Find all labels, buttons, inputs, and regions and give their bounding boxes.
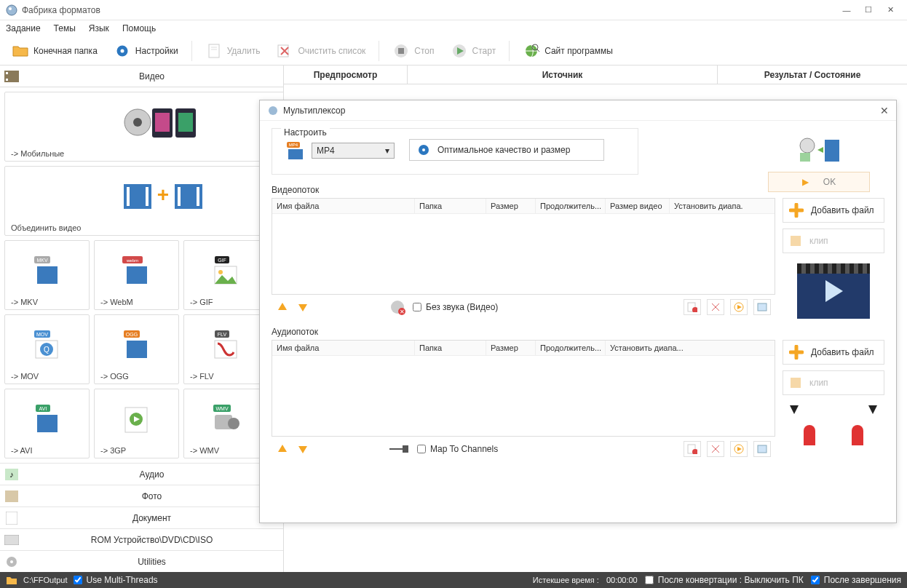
acol-name[interactable]: Имя файла xyxy=(272,341,415,355)
multiplexer-dialog: Мультиплексор ✕ Настроить MP4 MP4 ▾ Опти… xyxy=(259,100,897,523)
video-play-button[interactable] xyxy=(730,299,748,315)
svg-rect-90 xyxy=(758,303,767,311)
svg-text:webm: webm xyxy=(125,258,138,263)
tile-3gp[interactable]: -> 3GP xyxy=(94,389,179,458)
tile-mkv[interactable]: MKV-> MKV xyxy=(4,240,90,310)
svg-text:AVI: AVI xyxy=(39,406,47,411)
no-sound-checkbox[interactable]: Без звука (Видео) xyxy=(413,302,498,312)
svg-rect-61 xyxy=(37,415,58,432)
folder-small-icon[interactable] xyxy=(6,575,17,585)
svg-rect-71 xyxy=(6,512,17,525)
audio-clip-button[interactable]: клип xyxy=(783,370,884,395)
tile-gif[interactable]: GIF-> GIF xyxy=(183,240,269,310)
svg-rect-91 xyxy=(791,236,801,246)
acol-size[interactable]: Размер xyxy=(486,341,536,355)
video-add-file-button[interactable]: Добавить файл xyxy=(783,198,884,223)
video-clip-button[interactable]: клип xyxy=(783,229,884,253)
tile-ogg[interactable]: OGG-> OGG xyxy=(94,314,179,384)
svg-rect-98 xyxy=(791,378,801,388)
col-source[interactable]: Источник xyxy=(408,65,718,84)
menu-language[interactable]: Язык xyxy=(89,23,109,33)
quality-button[interactable]: Оптимальное качество и размер xyxy=(409,139,604,161)
audio-info-button[interactable] xyxy=(753,441,771,457)
delete-button[interactable]: Удалить xyxy=(199,39,266,63)
close-button[interactable]: ✕ xyxy=(879,5,901,15)
audio-cut-button[interactable] xyxy=(707,441,724,457)
vcol-name[interactable]: Имя файла xyxy=(272,199,415,213)
category-photo[interactable]: Фото xyxy=(0,485,283,506)
svg-rect-82 xyxy=(800,153,810,162)
minimize-button[interactable]: — xyxy=(836,6,858,15)
svg-rect-93 xyxy=(403,445,408,453)
category-video[interactable]: Видео xyxy=(0,65,283,87)
tile-mov[interactable]: MOVQ-> MOV xyxy=(4,314,90,384)
tile-avi[interactable]: AVI-> AVI xyxy=(4,389,90,458)
website-button[interactable]: Сайт программы xyxy=(517,39,619,63)
output-folder-button[interactable]: Конечная папка xyxy=(6,39,103,63)
menu-themes[interactable]: Темы xyxy=(54,23,76,33)
clear-list-button[interactable]: Очистить список xyxy=(270,39,371,63)
svg-rect-29 xyxy=(146,187,148,206)
category-rom[interactable]: ROM Устройство\DVD\CD\ISO xyxy=(0,528,283,550)
menu-help[interactable]: Помощь xyxy=(122,23,156,33)
balance-right-slider[interactable] xyxy=(852,425,863,445)
multithreads-checkbox[interactable]: Use Multi-Threads xyxy=(74,575,158,585)
vcol-range[interactable]: Установить диапа. xyxy=(670,199,775,213)
play-icon xyxy=(451,42,468,60)
shutdown-checkbox[interactable]: После конвертации : Выключить ПК xyxy=(645,575,804,585)
svg-point-18 xyxy=(133,118,142,127)
tile-mobile[interactable]: -> Мобильные xyxy=(4,92,283,162)
delete-icon xyxy=(205,42,223,60)
acol-folder[interactable]: Папка xyxy=(415,341,486,355)
audio-remove-button[interactable] xyxy=(684,441,701,457)
vcol-size[interactable]: Размер xyxy=(486,199,536,213)
video-preview[interactable] xyxy=(797,263,870,319)
svg-text:MP4: MP4 xyxy=(289,143,298,147)
vcol-vsize[interactable]: Размер видео xyxy=(606,199,670,213)
col-preview[interactable]: Предпросмотр xyxy=(284,65,408,84)
video-remove-button[interactable] xyxy=(684,299,701,315)
balance-left-slider[interactable] xyxy=(804,425,815,445)
category-audio[interactable]: ♪Аудио xyxy=(0,463,283,485)
tile-wmv[interactable]: WMV-> WMV xyxy=(183,389,269,458)
start-button[interactable]: Старт xyxy=(445,39,502,63)
format-select[interactable]: MP4 ▾ xyxy=(312,143,395,159)
audio-move-up[interactable] xyxy=(276,442,289,456)
svg-rect-83 xyxy=(825,140,839,162)
map-channels-checkbox[interactable]: Map To Channels xyxy=(417,444,498,454)
tile-flv[interactable]: FLV-> FLV xyxy=(183,314,269,384)
acol-range[interactable]: Установить диапа... xyxy=(606,341,775,355)
video-cut-button[interactable] xyxy=(707,299,724,315)
acol-duration[interactable]: Продолжитель... xyxy=(536,341,606,355)
tile-join[interactable]: + Объединить видео xyxy=(4,166,283,236)
video-move-up[interactable] xyxy=(276,301,289,314)
dialog-close-button[interactable]: ✕ xyxy=(880,105,889,116)
svg-point-1 xyxy=(9,7,12,10)
video-move-down[interactable] xyxy=(296,301,309,314)
clip-icon xyxy=(789,376,802,389)
audio-move-down[interactable] xyxy=(296,442,309,456)
vcol-folder[interactable]: Папка xyxy=(415,199,486,213)
ok-button[interactable]: ▶ OK xyxy=(768,172,870,192)
stop-button[interactable]: Стоп xyxy=(387,39,440,63)
audio-table-body[interactable] xyxy=(272,356,775,436)
svg-point-81 xyxy=(800,138,815,153)
category-document[interactable]: Документ xyxy=(0,506,283,528)
after-done-checkbox[interactable]: После завершения xyxy=(811,575,901,585)
menu-task[interactable]: Задание xyxy=(6,23,41,33)
audio-add-file-button[interactable]: Добавить файл xyxy=(783,340,884,365)
video-info-button[interactable] xyxy=(753,299,771,315)
settings-button[interactable]: Настройки xyxy=(108,39,184,63)
audio-play-button[interactable] xyxy=(730,441,748,457)
output-path[interactable]: C:\FFOutput xyxy=(23,576,68,584)
maximize-button[interactable]: ☐ xyxy=(858,5,879,15)
category-utilities[interactable]: Utilities xyxy=(0,550,283,572)
col-result[interactable]: Результат / Состояние xyxy=(718,65,907,84)
document-icon xyxy=(3,511,20,525)
vcol-duration[interactable]: Продолжитель... xyxy=(536,199,606,213)
music-icon: ♪ xyxy=(3,467,20,482)
tile-webm[interactable]: webm-> WebM xyxy=(94,240,179,310)
svg-rect-55 xyxy=(127,341,147,358)
video-table-body[interactable] xyxy=(272,214,775,294)
dialog-icon xyxy=(267,105,279,116)
